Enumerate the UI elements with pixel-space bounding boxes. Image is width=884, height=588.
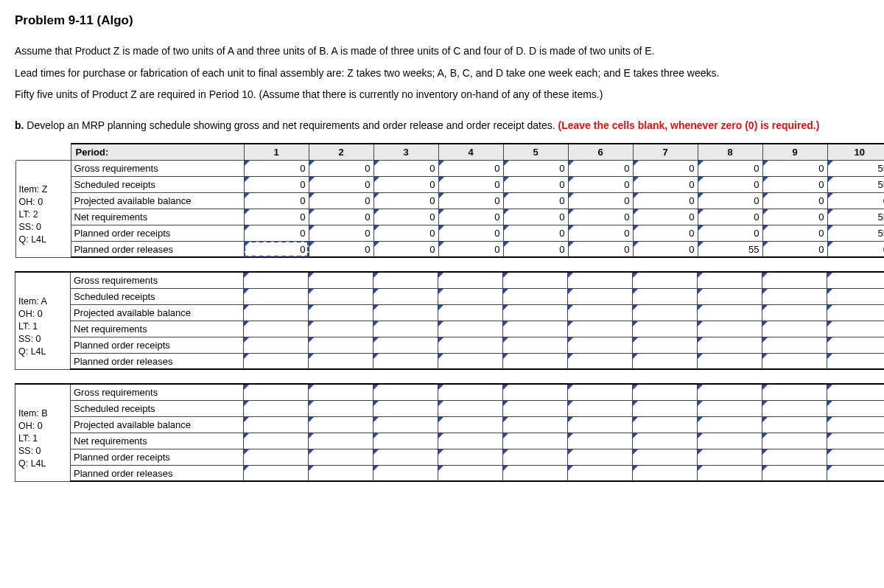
mrp-cell[interactable] bbox=[698, 288, 762, 304]
mrp-cell[interactable]: 0 bbox=[503, 176, 568, 192]
mrp-cell[interactable] bbox=[633, 384, 698, 400]
mrp-cell[interactable] bbox=[762, 321, 827, 337]
mrp-cell[interactable] bbox=[827, 272, 885, 288]
mrp-cell[interactable] bbox=[503, 304, 568, 321]
mrp-cell[interactable] bbox=[244, 384, 309, 400]
mrp-cell[interactable]: 0 bbox=[568, 176, 633, 192]
mrp-cell[interactable] bbox=[633, 353, 698, 369]
mrp-cell[interactable]: 0 bbox=[762, 192, 827, 209]
mrp-cell[interactable] bbox=[309, 304, 373, 321]
mrp-cell[interactable] bbox=[503, 449, 568, 465]
mrp-cell[interactable] bbox=[244, 288, 309, 304]
mrp-cell[interactable] bbox=[633, 272, 698, 288]
mrp-cell[interactable] bbox=[503, 337, 568, 353]
mrp-cell[interactable] bbox=[438, 337, 503, 353]
mrp-cell[interactable] bbox=[568, 337, 633, 353]
mrp-cell[interactable] bbox=[568, 304, 633, 321]
mrp-cell[interactable] bbox=[762, 304, 827, 321]
mrp-cell[interactable] bbox=[309, 288, 373, 304]
mrp-cell[interactable] bbox=[503, 288, 568, 304]
mrp-cell[interactable]: 0 bbox=[503, 241, 568, 257]
mrp-cell[interactable] bbox=[633, 337, 698, 353]
mrp-cell[interactable]: 0 bbox=[503, 225, 568, 241]
mrp-cell[interactable] bbox=[633, 416, 698, 433]
mrp-cell[interactable] bbox=[698, 416, 762, 433]
mrp-cell[interactable] bbox=[373, 384, 438, 400]
mrp-cell[interactable]: 0 bbox=[698, 160, 762, 176]
mrp-cell[interactable] bbox=[503, 416, 568, 433]
mrp-cell[interactable] bbox=[827, 449, 885, 465]
mrp-cell[interactable] bbox=[438, 416, 503, 433]
mrp-cell[interactable]: 0 bbox=[568, 225, 633, 241]
mrp-cell[interactable] bbox=[568, 272, 633, 288]
mrp-cell[interactable] bbox=[568, 449, 633, 465]
mrp-cell[interactable] bbox=[633, 433, 698, 449]
mrp-cell[interactable] bbox=[762, 337, 827, 353]
mrp-cell[interactable] bbox=[698, 304, 762, 321]
mrp-cell[interactable] bbox=[698, 353, 762, 369]
mrp-cell[interactable] bbox=[438, 465, 503, 481]
mrp-cell[interactable] bbox=[244, 465, 309, 481]
mrp-cell[interactable] bbox=[373, 353, 438, 369]
mrp-cell[interactable] bbox=[633, 449, 698, 465]
mrp-cell[interactable]: 0 bbox=[373, 209, 438, 225]
mrp-cell[interactable]: 0 bbox=[244, 192, 309, 209]
mrp-cell[interactable] bbox=[244, 353, 309, 369]
mrp-cell[interactable] bbox=[438, 288, 503, 304]
mrp-cell[interactable]: 0 bbox=[373, 176, 438, 192]
mrp-cell[interactable] bbox=[762, 353, 827, 369]
mrp-cell[interactable] bbox=[762, 288, 827, 304]
mrp-cell[interactable] bbox=[827, 465, 885, 481]
mrp-cell[interactable]: 55 bbox=[827, 225, 884, 241]
mrp-cell[interactable] bbox=[503, 272, 568, 288]
mrp-cell[interactable]: 0 bbox=[309, 209, 373, 225]
mrp-cell[interactable]: 0 bbox=[438, 209, 503, 225]
mrp-cell[interactable]: 55 bbox=[827, 176, 884, 192]
mrp-cell[interactable] bbox=[309, 272, 373, 288]
mrp-cell[interactable] bbox=[827, 416, 885, 433]
mrp-cell[interactable]: 0 bbox=[762, 160, 827, 176]
mrp-cell[interactable] bbox=[762, 449, 827, 465]
mrp-cell[interactable] bbox=[633, 400, 698, 416]
mrp-cell[interactable]: 0 bbox=[373, 192, 438, 209]
mrp-cell[interactable]: 0 bbox=[503, 209, 568, 225]
mrp-cell[interactable] bbox=[568, 416, 633, 433]
mrp-cell[interactable] bbox=[827, 288, 885, 304]
mrp-cell[interactable] bbox=[762, 416, 827, 433]
mrp-cell[interactable] bbox=[438, 449, 503, 465]
mrp-cell[interactable]: 55 bbox=[698, 241, 762, 257]
mrp-cell[interactable] bbox=[503, 400, 568, 416]
mrp-cell[interactable]: 0 bbox=[827, 192, 884, 209]
mrp-cell[interactable] bbox=[762, 384, 827, 400]
mrp-cell[interactable]: 55 bbox=[827, 160, 884, 176]
mrp-cell[interactable] bbox=[373, 400, 438, 416]
mrp-cell[interactable] bbox=[309, 337, 373, 353]
mrp-cell[interactable] bbox=[568, 433, 633, 449]
mrp-cell[interactable] bbox=[373, 304, 438, 321]
mrp-cell[interactable] bbox=[244, 304, 309, 321]
mrp-cell[interactable] bbox=[762, 465, 827, 481]
mrp-cell[interactable]: 0 bbox=[309, 192, 373, 209]
mrp-cell[interactable] bbox=[373, 337, 438, 353]
mrp-cell[interactable] bbox=[698, 337, 762, 353]
mrp-cell[interactable] bbox=[827, 321, 885, 337]
mrp-cell[interactable]: 0 bbox=[762, 176, 827, 192]
mrp-cell[interactable] bbox=[568, 288, 633, 304]
mrp-cell[interactable]: 0 bbox=[309, 241, 373, 257]
mrp-cell[interactable] bbox=[438, 433, 503, 449]
mrp-cell[interactable] bbox=[373, 416, 438, 433]
mrp-cell[interactable]: 0 bbox=[568, 160, 633, 176]
mrp-cell[interactable] bbox=[373, 272, 438, 288]
mrp-cell[interactable]: 0 bbox=[373, 241, 438, 257]
mrp-cell[interactable] bbox=[633, 304, 698, 321]
mrp-cell[interactable]: 0 bbox=[244, 209, 309, 225]
mrp-cell[interactable] bbox=[633, 321, 698, 337]
mrp-cell[interactable] bbox=[309, 400, 373, 416]
mrp-cell[interactable] bbox=[827, 433, 885, 449]
mrp-cell[interactable]: 0 bbox=[503, 192, 568, 209]
mrp-cell[interactable]: 0 bbox=[698, 209, 762, 225]
mrp-cell[interactable] bbox=[244, 321, 309, 337]
mrp-cell[interactable] bbox=[438, 321, 503, 337]
mrp-cell[interactable]: 0 bbox=[438, 241, 503, 257]
mrp-cell[interactable] bbox=[244, 416, 309, 433]
